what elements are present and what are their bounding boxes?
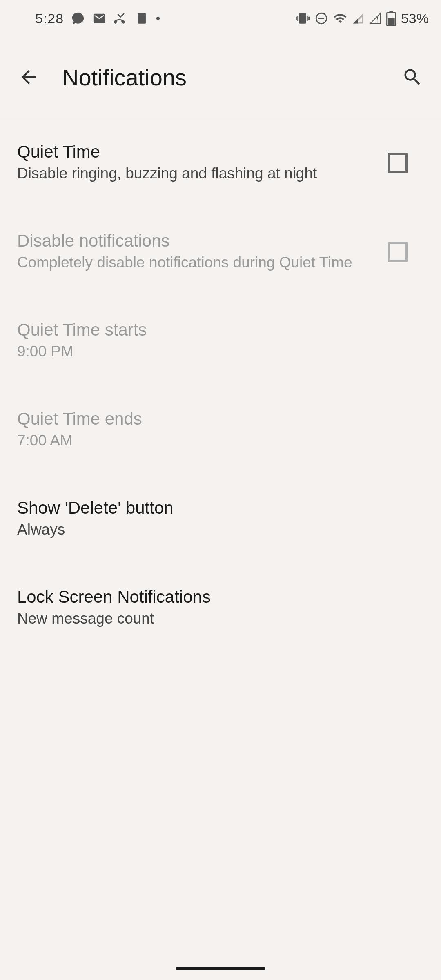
status-time: 5:28 xyxy=(35,11,64,27)
setting-disable-notifications: Disable notifications Completely disable… xyxy=(0,220,441,284)
setting-subtitle: 7:00 AM xyxy=(17,430,424,451)
setting-title: Quiet Time ends xyxy=(17,409,424,429)
vibrate-icon xyxy=(296,11,310,25)
setting-title: Lock Screen Notifications xyxy=(17,587,424,607)
search-icon xyxy=(402,67,423,88)
document-icon xyxy=(135,11,149,25)
signal-2-icon: ! xyxy=(369,12,381,24)
page-title: Notifications xyxy=(62,64,396,91)
status-bar-right: ! 53% xyxy=(296,11,429,27)
setting-title: Quiet Time xyxy=(17,142,376,162)
setting-subtitle: 9:00 PM xyxy=(17,341,424,362)
setting-lock-screen[interactable]: Lock Screen Notifications New message co… xyxy=(0,576,441,640)
setting-subtitle: Disable ringing, buzzing and flashing at… xyxy=(17,163,376,184)
setting-text: Quiet Time ends 7:00 AM xyxy=(17,409,424,451)
app-bar: Notifications xyxy=(0,37,441,118)
setting-subtitle: New message count xyxy=(17,608,424,629)
settings-list: Quiet Time Disable ringing, buzzing and … xyxy=(0,118,441,653)
status-bar: 5:28 ! xyxy=(0,0,441,37)
checkbox[interactable] xyxy=(388,153,408,173)
setting-subtitle: Always xyxy=(17,519,424,540)
setting-text: Quiet Time starts 9:00 PM xyxy=(17,320,424,362)
checkbox xyxy=(388,242,408,262)
mail-icon xyxy=(92,11,106,25)
setting-quiet-time[interactable]: Quiet Time Disable ringing, buzzing and … xyxy=(0,131,441,195)
setting-text: Show 'Delete' button Always xyxy=(17,498,424,540)
arrow-left-icon xyxy=(18,67,39,88)
setting-text: Disable notifications Completely disable… xyxy=(17,231,376,273)
battery-icon xyxy=(386,11,396,26)
svg-rect-6 xyxy=(389,11,393,13)
svg-rect-0 xyxy=(138,13,146,24)
back-button[interactable] xyxy=(12,61,45,94)
signal-1-icon xyxy=(352,12,364,24)
setting-quiet-time-starts: Quiet Time starts 9:00 PM xyxy=(0,309,441,373)
dot-icon xyxy=(156,16,160,20)
setting-show-delete[interactable]: Show 'Delete' button Always xyxy=(0,487,441,551)
setting-title: Quiet Time starts xyxy=(17,320,424,340)
setting-text: Quiet Time Disable ringing, buzzing and … xyxy=(17,142,376,184)
setting-title: Show 'Delete' button xyxy=(17,498,424,518)
search-button[interactable] xyxy=(396,61,429,94)
setting-subtitle: Completely disable notifications during … xyxy=(17,252,376,273)
battery-percent: 53% xyxy=(401,11,429,27)
setting-text: Lock Screen Notifications New message co… xyxy=(17,587,424,629)
svg-point-1 xyxy=(156,17,160,20)
svg-rect-7 xyxy=(388,18,394,25)
dnd-icon xyxy=(314,11,328,25)
status-bar-left: 5:28 xyxy=(35,11,160,27)
missed-call-icon xyxy=(114,11,127,25)
svg-text:!: ! xyxy=(377,16,378,22)
chat-icon xyxy=(71,11,85,25)
setting-quiet-time-ends: Quiet Time ends 7:00 AM xyxy=(0,398,441,462)
nav-handle[interactable] xyxy=(176,967,265,970)
setting-title: Disable notifications xyxy=(17,231,376,251)
wifi-icon xyxy=(333,11,347,25)
